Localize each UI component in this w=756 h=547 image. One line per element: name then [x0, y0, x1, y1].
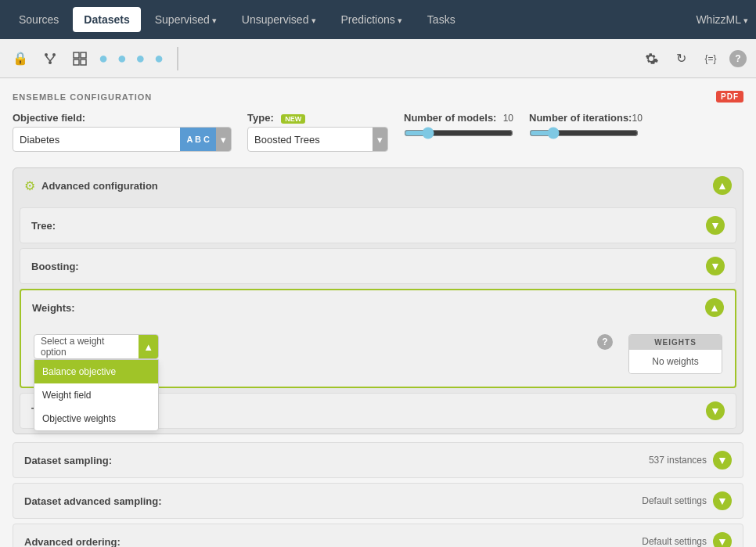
page-toolbar: 🔒 ● ● ● ● ↻ {=} ? [0, 39, 756, 78]
svg-rect-5 [74, 52, 79, 58]
svg-rect-7 [74, 59, 79, 65]
weights-section-title: Weights: [32, 302, 705, 314]
models-value: 10 [503, 113, 513, 124]
svg-line-4 [50, 56, 54, 61]
svg-rect-6 [81, 52, 86, 58]
adv-ordering-header[interactable]: Advanced ordering: Default settings ▼ [13, 524, 743, 547]
adv-ordering-value: Default settings [642, 536, 707, 547]
models-label: Number of models: [404, 112, 496, 124]
weights-preview-header: WEIGHTS [629, 335, 722, 350]
weight-dropdown-trigger[interactable]: Select a weight option ▲ [34, 334, 159, 359]
tree-section: Tree: ▼ [20, 207, 736, 243]
gear-icon: ⚙ [24, 178, 35, 193]
lock-icon: 🔒 [9, 48, 31, 70]
refresh-icon[interactable]: ↻ [670, 48, 692, 70]
settings-icon[interactable] [640, 48, 662, 70]
section-title-text: ENSEMBLE CONFIGURATION [13, 92, 152, 102]
models-slider-group: Number of models: 10 [404, 112, 513, 139]
advanced-config-header[interactable]: ⚙ Advanced configuration ▲ [13, 168, 743, 203]
dataset-sampling-header[interactable]: Dataset sampling: 537 instances ▼ [13, 443, 743, 477]
branch-icon[interactable] [39, 48, 61, 70]
abc-badge: A B C [180, 128, 216, 151]
section-header: ENSEMBLE CONFIGURATION PDF [13, 91, 743, 103]
svg-point-2 [49, 61, 52, 64]
adv-ordering-title: Advanced ordering: [24, 536, 642, 548]
weight-dropdown-arrow[interactable]: ▲ [139, 335, 158, 358]
type-field-group: Type: NEW Boosted Trees ▾ [247, 112, 388, 152]
iterations-value: 10 [632, 113, 642, 124]
dataset-adv-sampling-value: Default settings [642, 495, 707, 506]
dataset-sampling-value: 537 instances [649, 455, 707, 466]
svg-point-1 [52, 53, 56, 56]
iterations-slider[interactable] [529, 127, 639, 139]
pdf-button[interactable]: PDF [716, 91, 743, 103]
svg-point-0 [45, 53, 48, 56]
weights-collapse-btn[interactable]: ▲ [705, 298, 724, 317]
advanced-config-collapse[interactable]: ▲ [713, 176, 732, 195]
layers-icon[interactable] [69, 48, 91, 70]
nav-unsupervised[interactable]: Unsupervised [231, 7, 327, 32]
training-expand-btn[interactable]: ▼ [706, 401, 725, 420]
nav-whizzml[interactable]: WhizzML [696, 13, 748, 26]
weights-section-header[interactable]: Weights: ▲ [21, 290, 735, 325]
dataset-sampling-section: Dataset sampling: 537 instances ▼ [13, 442, 743, 478]
main-content: ENSEMBLE CONFIGURATION PDF Objective fie… [0, 78, 756, 547]
dataset-adv-sampling-expand[interactable]: ▼ [713, 491, 732, 510]
objective-field-input[interactable]: Diabetes A B C ▾ [13, 127, 232, 152]
dataset-adv-sampling-section: Dataset advanced sampling: Default setti… [13, 483, 743, 519]
boosting-expand-btn[interactable]: ▼ [706, 257, 725, 275]
objective-label: Objective field: [13, 112, 232, 124]
objective-dropdown-arrow[interactable]: ▾ [216, 128, 231, 151]
nav-supervised[interactable]: Supervised [144, 7, 228, 32]
type-dropdown-arrow[interactable]: ▾ [373, 128, 387, 151]
iterations-slider-group: Number of iterations: 10 [529, 112, 643, 139]
advanced-config-panel: ⚙ Advanced configuration ▲ Tree: ▼ Boost… [13, 167, 743, 434]
weight-option-objective[interactable]: Objective weights [34, 407, 158, 430]
weight-option-balance[interactable]: Balance objective [34, 360, 158, 383]
nav-sources[interactable]: Sources [8, 7, 70, 32]
models-slider[interactable] [404, 127, 513, 139]
weights-help-icon[interactable]: ? [597, 334, 613, 350]
weight-option-field[interactable]: Weight field [34, 383, 158, 407]
boosting-section-title: Boosting: [31, 261, 706, 272]
objective-value: Diabetes [13, 134, 180, 146]
iterations-label: Number of iterations: [529, 112, 632, 124]
adv-ordering-section: Advanced ordering: Default settings ▼ [13, 524, 743, 547]
top-navigation: Sources Datasets Supervised Unsupervised… [0, 0, 756, 39]
objective-field-group: Objective field: Diabetes A B C ▾ [13, 112, 232, 152]
nav-datasets[interactable]: Datasets [73, 7, 140, 32]
weights-preview-body: No weights [629, 350, 722, 373]
weight-dropdown-wrap: Select a weight option ▲ Balance objecti… [34, 334, 159, 359]
code-icon[interactable]: {=} [700, 48, 722, 70]
weights-content: Select a weight option ▲ Balance objecti… [21, 325, 735, 387]
dataset-sampling-title: Dataset sampling: [24, 455, 649, 466]
status-dots: ● ● ● ● [99, 49, 166, 67]
tree-section-title: Tree: [31, 220, 706, 232]
weights-section: Weights: ▲ Select a weight option ▲ Bala… [20, 289, 736, 388]
dataset-sampling-expand[interactable]: ▼ [713, 451, 732, 470]
type-select[interactable]: Boosted Trees ▾ [247, 127, 388, 152]
divider [177, 47, 178, 70]
advanced-config-title: Advanced configuration [41, 180, 158, 192]
dataset-adv-sampling-title: Dataset advanced sampling: [24, 495, 642, 507]
weight-dropdown-menu: Balance objective Weight field Objective… [34, 359, 159, 431]
type-label: Type: NEW [247, 112, 388, 124]
new-badge: NEW [281, 114, 305, 124]
dataset-adv-sampling-header[interactable]: Dataset advanced sampling: Default setti… [13, 484, 743, 518]
config-form-row: Objective field: Diabetes A B C ▾ Type: … [13, 112, 743, 152]
svg-rect-8 [81, 59, 86, 65]
tree-expand-btn[interactable]: ▼ [706, 216, 725, 235]
nav-tasks[interactable]: Tasks [416, 7, 466, 32]
boosting-section-header[interactable]: Boosting: ▼ [20, 249, 736, 283]
adv-ordering-expand[interactable]: ▼ [713, 532, 732, 547]
weights-preview: WEIGHTS No weights [628, 334, 722, 374]
nav-predictions[interactable]: Predictions [330, 7, 413, 32]
boosting-section: Boosting: ▼ [20, 248, 736, 284]
help-icon[interactable]: ? [729, 50, 747, 67]
svg-line-3 [46, 56, 50, 61]
weight-dropdown-placeholder: Select a weight option [34, 336, 139, 358]
tree-section-header[interactable]: Tree: ▼ [20, 208, 736, 243]
type-value: Boosted Trees [248, 134, 373, 146]
